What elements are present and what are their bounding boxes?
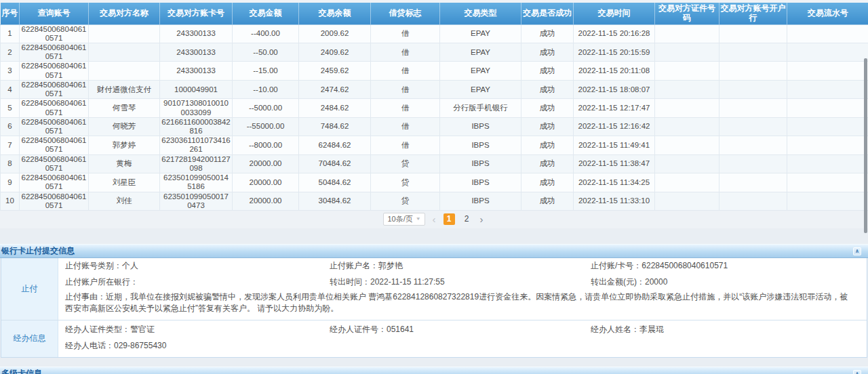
cell-query-account: 6228450068040610571 xyxy=(20,99,89,117)
cell-serial xyxy=(787,80,868,98)
section-gap xyxy=(0,358,868,367)
page-number-1[interactable]: 1 xyxy=(443,213,455,225)
table-row[interactable]: 9 6228450068040610571 刘星臣 62350109905001… xyxy=(1,173,868,192)
cell-counterparty-bank xyxy=(719,24,787,43)
page-size-select[interactable]: 10条/页 ▼ xyxy=(383,213,425,226)
cell-transaction-type: IBPS xyxy=(440,154,521,173)
column-header: 交易对方账卡号 xyxy=(160,3,233,24)
cell-query-account: 6228450068040610571 xyxy=(20,117,89,136)
cell-balance: 62484.62 xyxy=(299,136,371,154)
cell-amount: 20000.00 xyxy=(233,192,299,210)
cell-counterparty-card: 243300133 xyxy=(160,24,233,43)
table-row[interactable]: 8 6228450068040610571 黄梅 621728194200112… xyxy=(1,154,868,173)
cell-transaction-type: IBPS xyxy=(440,117,521,136)
column-header: 交易对方账号开户行 xyxy=(719,3,787,24)
cell-transaction-type: IBPS xyxy=(440,136,521,154)
prev-page-button[interactable]: ‹ xyxy=(431,213,437,225)
cell-time: 2022-11-15 11:38:47 xyxy=(574,154,655,173)
field-row: 经办人证件类型：警官证 经办人证件号：051641 经办人姓名：李晨琨 xyxy=(58,322,867,338)
cell-balance: 30484.62 xyxy=(299,192,371,210)
cell-balance: 2474.62 xyxy=(299,80,371,98)
cell-seq: 2 xyxy=(1,43,20,62)
cell-counterparty-bank xyxy=(719,62,787,80)
cell-balance: 70484.62 xyxy=(299,154,371,173)
field-row: 经办人电话：029-86755430 xyxy=(58,338,867,354)
vertical-scrollbar[interactable] xyxy=(864,58,867,233)
cell-serial xyxy=(787,192,868,210)
cell-counterparty-name: 郭梦婷 xyxy=(89,136,160,154)
table-row[interactable]: 2 6228450068040610571 243300133 --50.00 … xyxy=(1,43,868,62)
table-row[interactable]: 5 6228450068040610571 何雪琴 90107130801001… xyxy=(1,99,868,117)
column-header: 序号 xyxy=(1,3,20,24)
cell-counterparty-name: 黄梅 xyxy=(89,154,160,173)
cell-transaction-type: EPAY xyxy=(440,80,521,98)
table-row[interactable]: 7 6228450068040610571 郭梦婷 62303611010734… xyxy=(1,136,868,154)
cell-success: 成功 xyxy=(521,173,574,192)
field-operator-cert-no: 经办人证件号：051641 xyxy=(330,324,591,335)
table-row[interactable]: 6 6228450068040610571 何晓芳 62166116000038… xyxy=(1,117,868,136)
column-header: 借贷标志 xyxy=(371,3,440,24)
next-page-button[interactable]: › xyxy=(479,213,485,225)
cell-counterparty-name: 何雪琴 xyxy=(89,99,160,117)
collapse-section-icon[interactable]: ∧ xyxy=(853,247,861,255)
cell-seq: 7 xyxy=(1,136,20,154)
cell-debit-credit-flag: 借 xyxy=(371,62,440,80)
stop-payment-section-bar: 银行卡止付提交信息 ∧ xyxy=(0,244,868,258)
cell-counterparty-bank xyxy=(719,173,787,192)
cell-time: 2022-11-15 12:16:42 xyxy=(574,117,655,136)
cell-counterparty-name: 刘星臣 xyxy=(89,173,160,192)
cell-counterparty-card: 1000049901 xyxy=(160,80,233,98)
column-header: 交易流水号 xyxy=(787,3,868,24)
transactions-table-section: 序号查询账号交易对方名称交易对方账卡号交易金额交易余额借贷标志交易类型交易是否成… xyxy=(0,0,868,228)
cell-debit-credit-flag: 借 xyxy=(371,99,440,117)
cell-debit-credit-flag: 借 xyxy=(371,80,440,98)
cell-amount: 20000.00 xyxy=(233,154,299,173)
cell-counterparty-bank xyxy=(719,117,787,136)
stop-payment-panel: 止付 止付账号类别：个人 止付账户名：郭梦艳 止付账/卡号：6228450068… xyxy=(1,258,867,358)
cell-counterparty-cert xyxy=(655,80,719,98)
cell-counterparty-cert xyxy=(655,154,719,173)
cell-success: 成功 xyxy=(521,117,574,136)
cell-success: 成功 xyxy=(521,24,574,43)
table-row[interactable]: 4 6228450068040610571 财付通微信支付 1000049901… xyxy=(1,80,868,98)
table-row[interactable]: 1 6228450068040610571 243300133 --400.00… xyxy=(1,24,868,43)
page-size-value: 10条/页 xyxy=(387,214,412,224)
cell-transaction-type: 分行版手机银行 xyxy=(440,99,521,117)
page-number-2[interactable]: 2 xyxy=(461,213,473,225)
cell-transaction-type: EPAY xyxy=(440,24,521,43)
cell-time: 2022-11-15 20:11:08 xyxy=(574,62,655,80)
cell-balance: 2409.62 xyxy=(299,43,371,62)
collapse-section-icon[interactable]: ∧ xyxy=(853,370,861,374)
field-card-no: 止付账/卡号：6228450068040610571 xyxy=(591,260,867,272)
table-row[interactable]: 3 6228450068040610571 243300133 --15.00 … xyxy=(1,62,868,80)
cell-query-account: 6228450068040610571 xyxy=(20,24,89,43)
field-operator-name: 经办人姓名：李晨琨 xyxy=(591,324,867,335)
cell-seq: 5 xyxy=(1,99,20,117)
cell-time: 2022-11-15 20:15:59 xyxy=(574,43,655,62)
cell-serial xyxy=(787,99,868,117)
cell-counterparty-card: 6217281942001127098 xyxy=(160,154,233,173)
transactions-body: 1 6228450068040610571 243300133 --400.00… xyxy=(1,24,868,210)
cell-balance: 2484.62 xyxy=(299,99,371,117)
cell-seq: 6 xyxy=(1,117,20,136)
cell-counterparty-cert xyxy=(655,43,719,62)
cell-counterparty-cert xyxy=(655,136,719,154)
cell-counterparty-card: 6230361101073416261 xyxy=(160,136,233,154)
cell-amount: 20000.00 xyxy=(233,173,299,192)
cell-serial xyxy=(787,136,868,154)
cell-counterparty-card: 6235010990500170473 xyxy=(160,192,233,210)
table-row[interactable]: 10 6228450068040610571 刘佳 62350109905001… xyxy=(1,192,868,210)
cell-serial xyxy=(787,24,868,43)
field-operator-cert-type: 经办人证件类型：警官证 xyxy=(65,324,330,335)
cell-counterparty-cert xyxy=(655,99,719,117)
cell-seq: 1 xyxy=(1,24,20,43)
cell-balance: 7484.62 xyxy=(299,117,371,136)
cell-query-account: 6228450068040610571 xyxy=(20,192,89,210)
column-header: 交易是否成功 xyxy=(521,3,574,24)
column-header: 交易对方证件号码 xyxy=(655,3,719,24)
cell-query-account: 6228450068040610571 xyxy=(20,43,89,62)
cell-balance: 50484.62 xyxy=(299,173,371,192)
cell-counterparty-cert xyxy=(655,117,719,136)
field-transfer-amount: 转出金额(元)：20000 xyxy=(591,276,867,288)
cell-counterparty-bank xyxy=(719,136,787,154)
